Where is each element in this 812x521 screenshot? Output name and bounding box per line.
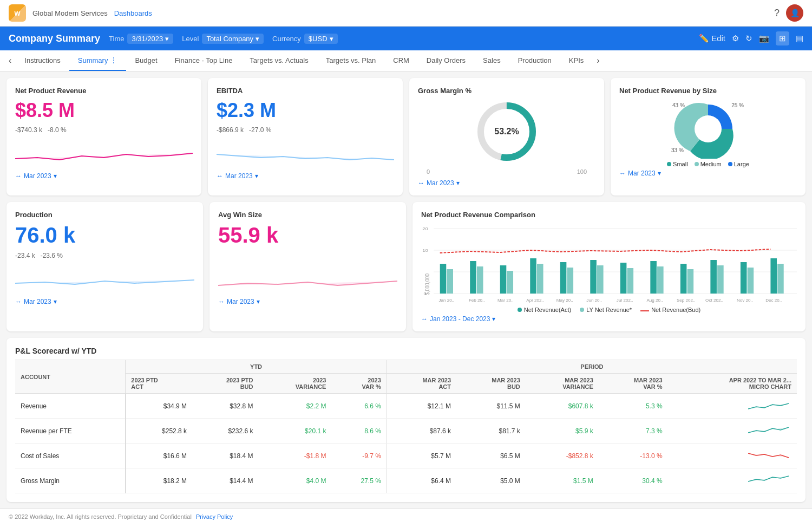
user-avatar[interactable]: 👤 xyxy=(786,4,803,22)
col-ytd-bud: 2023 PTDBUD xyxy=(192,374,258,394)
tab-targets-plan[interactable]: Targets vs. Plan xyxy=(317,51,385,71)
donut-min: 0 xyxy=(427,168,430,175)
period-selector[interactable]: ↔Mar 2023▾ xyxy=(15,172,193,180)
ytd-bud: $18.4 M xyxy=(192,444,258,468)
card-production: Production 76.0 k -23.4 k -23.6 % ↔Mar 2… xyxy=(6,202,203,331)
svg-rect-14 xyxy=(477,266,483,294)
svg-rect-15 xyxy=(500,265,507,294)
time-filter: Time 3/31/2023 ▾ xyxy=(109,34,173,44)
card-avg-win-size: Avg Win Size 55.9 k ↔Mar 2023▾ xyxy=(209,202,406,331)
edit-button[interactable]: ✏️ Edit xyxy=(699,34,725,43)
period-selector[interactable]: ↔Mar 2023▾ xyxy=(418,179,595,187)
ytd-varp: 27.5 % xyxy=(331,468,387,493)
level-value[interactable]: Total Company ▾ xyxy=(202,34,264,44)
period-selector[interactable]: ↔Jan 2023 - Dec 2023▾ xyxy=(421,315,797,323)
scorecard-title: P&L Scorecard w/ YTD xyxy=(15,347,797,355)
card-title: Net Product Revenue xyxy=(15,87,193,95)
svg-rect-25 xyxy=(650,261,657,294)
per-varp: 30.4 % xyxy=(599,468,668,493)
period-selector[interactable]: ↔Mar 2023▾ xyxy=(15,298,194,305)
tab-finance-top-line[interactable]: Finance - Top Line xyxy=(166,51,241,71)
currency-value[interactable]: $USD ▾ xyxy=(304,34,338,44)
svg-rect-16 xyxy=(507,271,513,294)
list-icon[interactable]: ▤ xyxy=(796,34,803,43)
period-selector[interactable]: ↔Mar 2023▾ xyxy=(619,170,797,177)
help-icon[interactable]: ? xyxy=(774,8,780,19)
level-label: Level xyxy=(182,35,199,43)
svg-rect-30 xyxy=(717,265,724,294)
sparkline-chart xyxy=(218,268,397,290)
sparkline-chart xyxy=(15,268,194,290)
svg-text:Jul 202..: Jul 202.. xyxy=(617,298,633,303)
grid-icon[interactable]: ⊞ xyxy=(776,31,789,45)
micro-chart xyxy=(668,468,797,493)
pl-table: ACCOUNT YTD PERIOD 2023 PTDACT 2023 PTDB… xyxy=(15,360,797,493)
filter-icon[interactable]: ⚙ xyxy=(732,34,739,43)
per-bud: $5.0 M xyxy=(456,468,526,493)
per-act: $87.6 k xyxy=(387,419,456,444)
chevron-down-icon: ▾ xyxy=(330,35,333,43)
currency-label: Currency xyxy=(272,35,301,43)
per-act: $5.7 M xyxy=(387,444,456,468)
col-per-bud: MAR 2023BUD xyxy=(456,374,526,394)
svg-text:Dec 20..: Dec 20.. xyxy=(765,298,782,303)
time-value[interactable]: 3/31/2023 ▾ xyxy=(127,34,173,44)
tab-kpis[interactable]: KPIs xyxy=(560,51,592,71)
kpi-value: 76.0 k xyxy=(15,223,194,248)
tab-instructions[interactable]: Instructions xyxy=(16,51,69,71)
main-content: Net Product Revenue $8.5 M -$740.3 k -8.… xyxy=(0,71,812,509)
period-selector[interactable]: ↔Mar 2023▾ xyxy=(218,298,397,305)
chart-legend: Net Revenue(Act) LY Net Revenue* Net Rev… xyxy=(421,307,797,313)
tabs-prev-button[interactable]: ‹ xyxy=(4,51,16,70)
kpi-row-1: Net Product Revenue $8.5 M -$740.3 k -8.… xyxy=(6,78,806,196)
kpi-value: $8.5 M xyxy=(15,99,193,122)
workday-logo: w xyxy=(9,4,26,22)
per-bud: $6.5 M xyxy=(456,444,526,468)
col-ytd-var: 2023VARIANCE xyxy=(259,374,332,394)
svg-text:Sep 202..: Sep 202.. xyxy=(677,298,696,303)
card-title: Gross Margin % xyxy=(418,87,595,95)
tabs-next-button[interactable]: › xyxy=(592,51,604,70)
refresh-icon[interactable]: ↻ xyxy=(745,34,752,43)
kpi-delta: -$866.9 k -27.0 % xyxy=(217,126,394,134)
tab-daily-orders[interactable]: Daily Orders xyxy=(418,51,474,71)
col-ytd-varp: 2023VAR % xyxy=(331,374,387,394)
level-filter: Level Total Company ▾ xyxy=(182,34,264,44)
svg-text:Jan 20..: Jan 20.. xyxy=(438,298,454,303)
account-name: Revenue xyxy=(15,394,126,419)
svg-rect-13 xyxy=(470,261,476,294)
account-name: Revenue per FTE xyxy=(15,419,126,444)
sparkline-chart xyxy=(15,142,193,164)
tab-sales[interactable]: Sales xyxy=(474,51,509,71)
scorecard-card: P&L Scorecard w/ YTD ACCOUNT YTD PERIOD … xyxy=(6,338,806,502)
ytd-act: $34.9 M xyxy=(126,394,192,419)
tab-targets-actuals[interactable]: Targets vs. Actuals xyxy=(241,51,317,71)
ytd-act: $252.8 k xyxy=(126,419,192,444)
footer: © 2022 Workday, Inc. All rights reserved… xyxy=(0,509,812,521)
svg-text:20: 20 xyxy=(422,226,428,231)
card-ebitda: EBITDA $2.3 M -$866.9 k -27.0 % ↔Mar 202… xyxy=(208,78,403,196)
table-row: Revenue per FTE $252.8 k $232.6 k $20.1 … xyxy=(15,419,797,444)
period-selector[interactable]: ↔Mar 2023▾ xyxy=(217,172,394,180)
dashboards-link[interactable]: Dashboards xyxy=(114,9,152,17)
svg-rect-31 xyxy=(741,262,747,294)
tab-budget[interactable]: Budget xyxy=(126,51,166,71)
tab-production[interactable]: Production xyxy=(509,51,560,71)
svg-text:10: 10 xyxy=(422,248,428,253)
per-var: $1.5 M xyxy=(526,468,599,493)
privacy-policy-link[interactable]: Privacy Policy xyxy=(196,513,233,520)
camera-icon[interactable]: 📷 xyxy=(759,34,769,43)
tab-summary[interactable]: Summary ⋮ xyxy=(69,50,127,71)
svg-text:Jun 20..: Jun 20.. xyxy=(586,298,602,303)
per-act: $6.4 M xyxy=(387,468,456,493)
ytd-var: $2.2 M xyxy=(259,394,332,419)
per-bud: $81.7 k xyxy=(456,419,526,444)
kpi-value: $2.3 M xyxy=(217,99,394,122)
svg-rect-34 xyxy=(777,264,784,294)
svg-text:Aug 20..: Aug 20.. xyxy=(646,298,663,303)
donut-chart: 53.2% xyxy=(418,99,595,164)
header-actions: ✏️ Edit ⚙ ↻ 📷 ⊞ ▤ xyxy=(699,31,803,45)
per-varp: 5.3 % xyxy=(599,394,668,419)
card-title: Net Product Revenue by Size xyxy=(619,87,797,95)
tab-crm[interactable]: CRM xyxy=(384,51,418,71)
